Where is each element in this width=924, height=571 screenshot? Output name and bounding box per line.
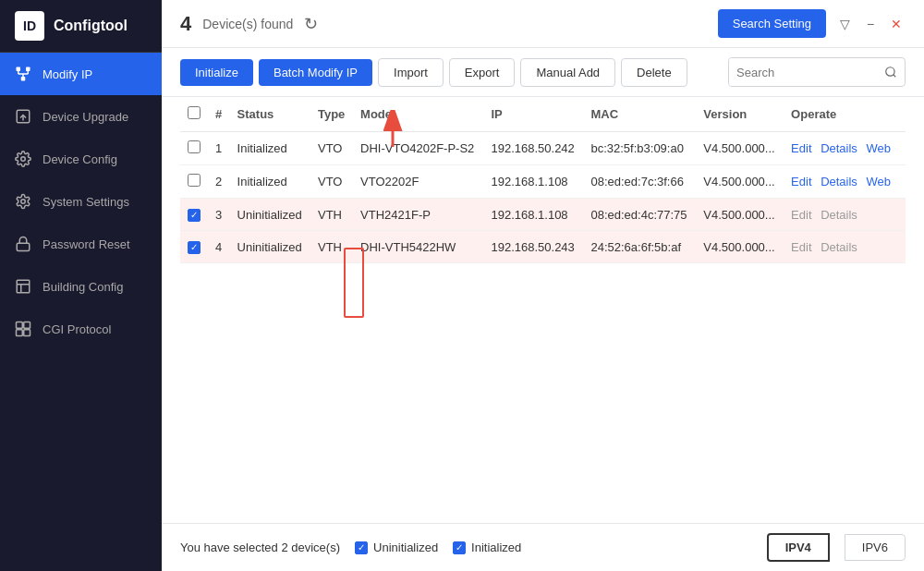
building-icon bbox=[15, 278, 31, 295]
minimize-button[interactable]: − bbox=[861, 15, 880, 33]
sidebar-label-password-reset: Password Reset bbox=[43, 237, 130, 251]
upgrade-icon bbox=[15, 108, 31, 125]
row1-mac: bc:32:5f:b3:09:a0 bbox=[583, 132, 696, 165]
footer-uninitialized-filter: Uninitialized bbox=[355, 541, 438, 554]
col-ip: IP bbox=[483, 97, 583, 132]
device-table-container: # Status Type Model IP MAC Version Opera… bbox=[162, 97, 924, 523]
sidebar-item-device-upgrade[interactable]: Device Upgrade bbox=[0, 95, 162, 138]
device-label: Device(s) found bbox=[202, 17, 293, 31]
search-icon bbox=[884, 66, 897, 79]
row4-details-link[interactable]: Details bbox=[821, 240, 857, 254]
sidebar-item-building-config[interactable]: Building Config bbox=[0, 265, 162, 308]
col-version: Version bbox=[696, 97, 784, 132]
svg-rect-13 bbox=[17, 322, 23, 329]
row3-checkbox[interactable] bbox=[188, 209, 201, 222]
search-box bbox=[728, 57, 906, 87]
row3-actions: Edit Details bbox=[784, 199, 906, 231]
toolbar: Initialize Batch Modify IP Import Export… bbox=[162, 48, 924, 97]
row4-type: VTH bbox=[310, 231, 353, 263]
svg-rect-15 bbox=[17, 330, 23, 336]
filter-button[interactable]: ▽ bbox=[835, 15, 854, 33]
row1-edit-link[interactable]: Edit bbox=[791, 141, 811, 155]
row2-details-link[interactable]: Details bbox=[821, 175, 857, 188]
row3-type: VTH bbox=[310, 199, 353, 231]
row2-checkbox-cell bbox=[180, 165, 208, 199]
row3-edit-link[interactable]: Edit bbox=[791, 208, 811, 222]
search-setting-button[interactable]: Search Setting bbox=[718, 9, 826, 38]
svg-point-10 bbox=[21, 200, 26, 204]
row3-details-link[interactable]: Details bbox=[821, 208, 857, 222]
row1-web-link[interactable]: Web bbox=[867, 141, 892, 155]
sidebar-item-modify-ip[interactable]: Modify IP bbox=[0, 53, 162, 95]
row4-model: DHI-VTH5422HW bbox=[353, 231, 483, 263]
device-table: # Status Type Model IP MAC Version Opera… bbox=[180, 97, 906, 263]
delete-button[interactable]: Delete bbox=[621, 58, 687, 87]
col-type: Type bbox=[310, 97, 353, 132]
row1-version: V4.500.000... bbox=[696, 132, 784, 165]
window-controls: ▽ − ✕ bbox=[835, 15, 906, 33]
close-button[interactable]: ✕ bbox=[887, 15, 906, 33]
table-row: 3 Uninitialized VTH VTH2421F-P 192.168.1… bbox=[180, 199, 906, 231]
row4-edit-link[interactable]: Edit bbox=[791, 240, 811, 254]
app-logo: ID Configtool bbox=[0, 0, 162, 53]
row3-model: VTH2421F-P bbox=[353, 199, 483, 231]
row4-number: 4 bbox=[208, 231, 230, 263]
import-button[interactable]: Import bbox=[378, 58, 444, 87]
sidebar-item-system-settings[interactable]: System Settings bbox=[0, 180, 162, 223]
sidebar-item-cgi-protocol[interactable]: CGI Protocol bbox=[0, 308, 162, 350]
row1-number: 1 bbox=[208, 132, 230, 165]
initialize-button[interactable]: Initialize bbox=[180, 59, 253, 86]
main-content: 4 Device(s) found ↻ Search Setting ▽ − ✕… bbox=[162, 0, 924, 571]
sidebar-item-password-reset[interactable]: Password Reset bbox=[0, 223, 162, 265]
row1-details-link[interactable]: Details bbox=[821, 141, 857, 155]
header-right: Search Setting ▽ − ✕ bbox=[718, 9, 906, 38]
ipv6-button[interactable]: IPV6 bbox=[845, 534, 906, 561]
row3-mac: 08:ed:ed:4c:77:75 bbox=[583, 199, 696, 231]
batch-modify-button[interactable]: Batch Modify IP bbox=[259, 59, 372, 86]
uninitialized-label: Uninitialized bbox=[373, 541, 438, 554]
col-operate: Operate bbox=[784, 97, 906, 132]
row1-actions: Edit Details Web bbox=[784, 132, 906, 165]
refresh-button[interactable]: ↻ bbox=[304, 14, 318, 34]
row3-number: 3 bbox=[208, 199, 230, 231]
settings-icon bbox=[15, 193, 31, 210]
cgi-icon bbox=[15, 321, 31, 337]
row1-ip: 192.168.50.242 bbox=[483, 132, 583, 165]
export-button[interactable]: Export bbox=[449, 58, 516, 87]
footer-selected-text: You have selected 2 device(s) bbox=[180, 541, 340, 554]
manual-add-button[interactable]: Manual Add bbox=[520, 58, 615, 87]
search-input[interactable] bbox=[729, 58, 877, 86]
row1-checkbox[interactable] bbox=[188, 140, 201, 153]
row2-mac: 08:ed:ed:7c:3f:66 bbox=[583, 165, 696, 199]
table-row: 2 Initialized VTO VTO2202F 192.168.1.108… bbox=[180, 165, 906, 199]
search-icon-button[interactable] bbox=[877, 58, 905, 86]
footer: You have selected 2 device(s) Uninitiali… bbox=[162, 523, 924, 571]
device-count: 4 bbox=[180, 12, 191, 36]
select-all-checkbox[interactable] bbox=[188, 106, 201, 119]
sidebar-item-device-config[interactable]: Device Config bbox=[0, 138, 162, 180]
password-icon bbox=[15, 236, 31, 252]
svg-rect-1 bbox=[26, 67, 30, 72]
svg-rect-0 bbox=[17, 67, 21, 72]
uninitialized-checkbox[interactable] bbox=[355, 541, 368, 554]
col-model: Model bbox=[353, 97, 483, 132]
ipv4-button[interactable]: IPV4 bbox=[767, 533, 830, 562]
row2-model: VTO2202F bbox=[353, 165, 483, 199]
svg-rect-2 bbox=[21, 77, 26, 81]
row2-actions: Edit Details Web bbox=[784, 165, 906, 199]
row2-status: Initialized bbox=[230, 165, 310, 199]
footer-initialized-filter: Initialized bbox=[453, 541, 521, 554]
sidebar-label-device-config: Device Config bbox=[43, 152, 117, 166]
row2-web-link[interactable]: Web bbox=[867, 175, 892, 188]
row4-checkbox-cell bbox=[180, 231, 208, 263]
row3-version: V4.500.000... bbox=[696, 199, 784, 231]
row2-type: VTO bbox=[310, 165, 353, 199]
row2-checkbox[interactable] bbox=[188, 174, 201, 187]
row2-edit-link[interactable]: Edit bbox=[791, 175, 811, 188]
initialized-label: Initialized bbox=[471, 541, 521, 554]
row1-status: Initialized bbox=[230, 132, 310, 165]
table-row: 4 Uninitialized VTH DHI-VTH5422HW 192.16… bbox=[180, 231, 906, 263]
initialized-checkbox[interactable] bbox=[453, 541, 466, 554]
row4-checkbox[interactable] bbox=[188, 241, 201, 254]
col-mac: MAC bbox=[583, 97, 696, 132]
